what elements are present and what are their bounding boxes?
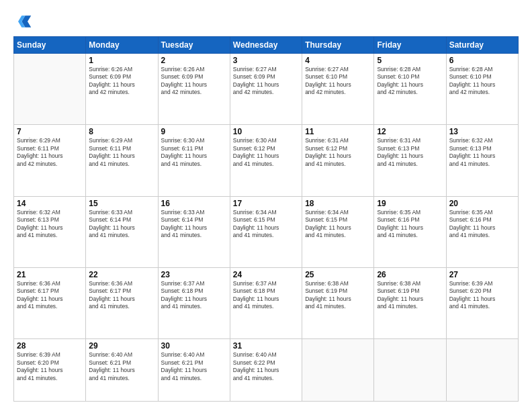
calendar-day-cell <box>374 339 446 402</box>
calendar-day-cell: 27Sunrise: 6:39 AM Sunset: 6:20 PM Dayli… <box>446 267 518 338</box>
day-number: 7 <box>17 127 83 136</box>
calendar-day-cell: 21Sunrise: 6:36 AM Sunset: 6:17 PM Dayli… <box>14 267 86 338</box>
day-info: Sunrise: 6:26 AM Sunset: 6:09 PM Dayligh… <box>89 66 154 97</box>
calendar-week-row: 14Sunrise: 6:32 AM Sunset: 6:13 PM Dayli… <box>14 196 519 267</box>
calendar-table: SundayMondayTuesdayWednesdayThursdayFrid… <box>13 36 519 402</box>
calendar-header-cell: Tuesday <box>158 37 230 54</box>
calendar-day-cell: 18Sunrise: 6:34 AM Sunset: 6:15 PM Dayli… <box>302 196 374 267</box>
day-info: Sunrise: 6:26 AM Sunset: 6:09 PM Dayligh… <box>161 66 227 97</box>
day-number: 23 <box>161 270 227 279</box>
calendar-day-cell: 7Sunrise: 6:29 AM Sunset: 6:11 PM Daylig… <box>14 125 86 196</box>
day-number: 5 <box>377 56 443 65</box>
calendar-day-cell: 11Sunrise: 6:31 AM Sunset: 6:12 PM Dayli… <box>302 125 374 196</box>
day-info: Sunrise: 6:40 AM Sunset: 6:21 PM Dayligh… <box>161 351 227 382</box>
day-number: 29 <box>89 341 154 351</box>
calendar-day-cell: 28Sunrise: 6:39 AM Sunset: 6:20 PM Dayli… <box>14 339 86 402</box>
calendar-day-cell <box>14 54 86 125</box>
day-info: Sunrise: 6:27 AM Sunset: 6:10 PM Dayligh… <box>305 66 371 97</box>
calendar-header-cell: Saturday <box>446 37 518 54</box>
day-info: Sunrise: 6:37 AM Sunset: 6:18 PM Dayligh… <box>233 280 299 311</box>
day-number: 15 <box>89 199 154 208</box>
calendar-header-cell: Sunday <box>14 37 86 54</box>
day-info: Sunrise: 6:31 AM Sunset: 6:12 PM Dayligh… <box>305 137 371 168</box>
day-number: 12 <box>377 127 443 136</box>
header <box>13 12 519 31</box>
calendar-header-cell: Wednesday <box>230 37 302 54</box>
calendar-day-cell: 13Sunrise: 6:32 AM Sunset: 6:13 PM Dayli… <box>446 125 518 196</box>
day-info: Sunrise: 6:36 AM Sunset: 6:17 PM Dayligh… <box>89 280 154 311</box>
calendar-day-cell: 9Sunrise: 6:30 AM Sunset: 6:11 PM Daylig… <box>158 125 230 196</box>
calendar-day-cell: 2Sunrise: 6:26 AM Sunset: 6:09 PM Daylig… <box>158 54 230 125</box>
day-number: 28 <box>17 341 83 351</box>
calendar-day-cell: 8Sunrise: 6:29 AM Sunset: 6:11 PM Daylig… <box>86 125 158 196</box>
calendar-day-cell: 15Sunrise: 6:33 AM Sunset: 6:14 PM Dayli… <box>86 196 158 267</box>
calendar-week-row: 7Sunrise: 6:29 AM Sunset: 6:11 PM Daylig… <box>14 125 519 196</box>
day-info: Sunrise: 6:35 AM Sunset: 6:16 PM Dayligh… <box>449 209 515 240</box>
day-info: Sunrise: 6:39 AM Sunset: 6:20 PM Dayligh… <box>449 280 515 311</box>
day-number: 9 <box>161 127 227 136</box>
day-number: 17 <box>233 199 299 208</box>
day-info: Sunrise: 6:28 AM Sunset: 6:10 PM Dayligh… <box>377 66 443 97</box>
calendar-day-cell: 25Sunrise: 6:38 AM Sunset: 6:19 PM Dayli… <box>302 267 374 338</box>
day-number: 31 <box>233 341 299 351</box>
day-number: 16 <box>161 199 227 208</box>
calendar-day-cell: 20Sunrise: 6:35 AM Sunset: 6:16 PM Dayli… <box>446 196 518 267</box>
day-info: Sunrise: 6:38 AM Sunset: 6:19 PM Dayligh… <box>377 280 443 311</box>
calendar-day-cell <box>302 339 374 402</box>
calendar-header-row: SundayMondayTuesdayWednesdayThursdayFrid… <box>14 37 519 54</box>
calendar-header-cell: Monday <box>86 37 158 54</box>
day-number: 18 <box>305 199 371 208</box>
calendar-day-cell: 1Sunrise: 6:26 AM Sunset: 6:09 PM Daylig… <box>86 54 158 125</box>
logo-icon <box>13 12 32 31</box>
calendar-day-cell: 30Sunrise: 6:40 AM Sunset: 6:21 PM Dayli… <box>158 339 230 402</box>
day-number: 4 <box>305 56 371 65</box>
calendar-day-cell: 23Sunrise: 6:37 AM Sunset: 6:18 PM Dayli… <box>158 267 230 338</box>
day-number: 25 <box>305 270 371 279</box>
day-info: Sunrise: 6:32 AM Sunset: 6:13 PM Dayligh… <box>17 209 83 240</box>
day-number: 6 <box>449 56 515 65</box>
day-info: Sunrise: 6:34 AM Sunset: 6:15 PM Dayligh… <box>233 209 299 240</box>
day-info: Sunrise: 6:37 AM Sunset: 6:18 PM Dayligh… <box>161 280 227 311</box>
day-number: 11 <box>305 127 371 136</box>
day-info: Sunrise: 6:30 AM Sunset: 6:12 PM Dayligh… <box>233 137 299 168</box>
calendar-day-cell: 31Sunrise: 6:40 AM Sunset: 6:22 PM Dayli… <box>230 339 302 402</box>
day-number: 27 <box>449 270 515 279</box>
day-info: Sunrise: 6:27 AM Sunset: 6:09 PM Dayligh… <box>233 66 299 97</box>
day-number: 1 <box>89 56 154 65</box>
logo <box>13 12 35 31</box>
calendar-day-cell: 5Sunrise: 6:28 AM Sunset: 6:10 PM Daylig… <box>374 54 446 125</box>
calendar-day-cell: 10Sunrise: 6:30 AM Sunset: 6:12 PM Dayli… <box>230 125 302 196</box>
calendar-week-row: 28Sunrise: 6:39 AM Sunset: 6:20 PM Dayli… <box>14 339 519 402</box>
calendar-day-cell: 22Sunrise: 6:36 AM Sunset: 6:17 PM Dayli… <box>86 267 158 338</box>
calendar-day-cell: 19Sunrise: 6:35 AM Sunset: 6:16 PM Dayli… <box>374 196 446 267</box>
day-info: Sunrise: 6:32 AM Sunset: 6:13 PM Dayligh… <box>449 137 515 168</box>
page: SundayMondayTuesdayWednesdayThursdayFrid… <box>0 0 532 411</box>
day-info: Sunrise: 6:40 AM Sunset: 6:21 PM Dayligh… <box>89 351 154 382</box>
day-number: 8 <box>89 127 154 136</box>
day-info: Sunrise: 6:40 AM Sunset: 6:22 PM Dayligh… <box>233 351 299 382</box>
calendar-day-cell: 29Sunrise: 6:40 AM Sunset: 6:21 PM Dayli… <box>86 339 158 402</box>
day-info: Sunrise: 6:28 AM Sunset: 6:10 PM Dayligh… <box>449 66 515 97</box>
calendar-week-row: 21Sunrise: 6:36 AM Sunset: 6:17 PM Dayli… <box>14 267 519 338</box>
day-info: Sunrise: 6:31 AM Sunset: 6:13 PM Dayligh… <box>377 137 443 168</box>
calendar-header-cell: Thursday <box>302 37 374 54</box>
calendar-day-cell: 26Sunrise: 6:38 AM Sunset: 6:19 PM Dayli… <box>374 267 446 338</box>
day-number: 21 <box>17 270 83 279</box>
calendar-day-cell: 16Sunrise: 6:33 AM Sunset: 6:14 PM Dayli… <box>158 196 230 267</box>
calendar-day-cell: 3Sunrise: 6:27 AM Sunset: 6:09 PM Daylig… <box>230 54 302 125</box>
day-info: Sunrise: 6:29 AM Sunset: 6:11 PM Dayligh… <box>17 137 83 168</box>
day-info: Sunrise: 6:36 AM Sunset: 6:17 PM Dayligh… <box>17 280 83 311</box>
day-number: 24 <box>233 270 299 279</box>
day-number: 26 <box>377 270 443 279</box>
day-info: Sunrise: 6:33 AM Sunset: 6:14 PM Dayligh… <box>89 209 154 240</box>
calendar-day-cell <box>446 339 518 402</box>
day-info: Sunrise: 6:33 AM Sunset: 6:14 PM Dayligh… <box>161 209 227 240</box>
calendar-day-cell: 6Sunrise: 6:28 AM Sunset: 6:10 PM Daylig… <box>446 54 518 125</box>
calendar-day-cell: 12Sunrise: 6:31 AM Sunset: 6:13 PM Dayli… <box>374 125 446 196</box>
day-number: 10 <box>233 127 299 136</box>
calendar-day-cell: 4Sunrise: 6:27 AM Sunset: 6:10 PM Daylig… <box>302 54 374 125</box>
day-number: 14 <box>17 199 83 208</box>
day-info: Sunrise: 6:35 AM Sunset: 6:16 PM Dayligh… <box>377 209 443 240</box>
day-info: Sunrise: 6:30 AM Sunset: 6:11 PM Dayligh… <box>161 137 227 168</box>
day-number: 22 <box>89 270 154 279</box>
